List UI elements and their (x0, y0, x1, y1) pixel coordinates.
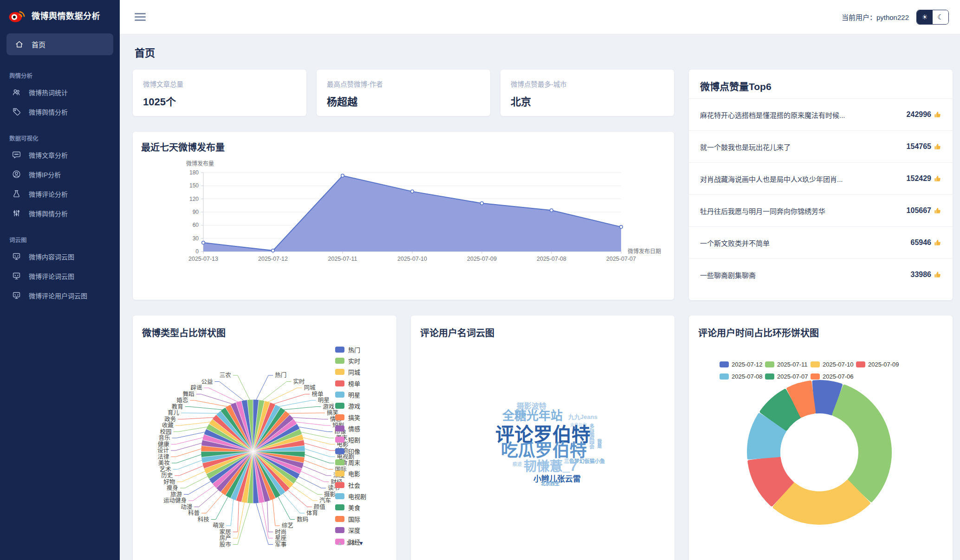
sidebar-item-微博评论分析[interactable]: 微博评论分析 (0, 184, 120, 204)
sidebar-item-微博评论词云图[interactable]: 微博评论词云图 (0, 266, 120, 286)
legend-page-down-icon[interactable]: ▼ (358, 540, 364, 547)
pie-legend-item[interactable]: 情感 (335, 423, 366, 434)
wordcloud-word[interactable]: 九九Jeans (568, 414, 597, 420)
wordcloud-word[interactable]: 吃瓜罗伯特 (501, 442, 587, 459)
svg-text:60: 60 (193, 222, 199, 228)
pie-legend-item[interactable]: 榜单 (335, 378, 366, 389)
sidebar-item-label: 微博IP分析 (29, 170, 61, 179)
legend-label: 电视剧 (348, 492, 366, 501)
donut-legend-item[interactable]: 2025-07-07 (765, 370, 811, 382)
donut-chart[interactable] (689, 315, 953, 560)
pie-legend-item[interactable]: 社会 (335, 479, 366, 490)
menu-toggle-icon[interactable] (135, 11, 146, 23)
donut-legend-item[interactable]: 2025-07-12 (720, 358, 765, 370)
legend-swatch (335, 347, 344, 353)
svg-text:综艺: 综艺 (282, 522, 293, 529)
pie-legend-item[interactable]: 搞笑 (335, 412, 366, 423)
sidebar-item-微博热词统计[interactable]: 微博热词统计 (0, 83, 120, 102)
sidebar-item-微博舆情分析[interactable]: 微博舆情分析 (0, 102, 120, 122)
legend-swatch (335, 459, 344, 465)
legend-label: 搞笑 (348, 413, 360, 422)
line-chart[interactable]: 03060901201501802025-07-132025-07-122025… (141, 154, 666, 293)
stat-value: 1025个 (143, 93, 296, 108)
pie-legend-item[interactable]: 电视剧 (335, 490, 366, 502)
like-rank-list: 麻花特开心选搭档是懂混搭的原来魔法有时候...242996就一个鼓我也是玩出花儿… (689, 98, 953, 290)
svg-text:舞蹈: 舞蹈 (183, 391, 195, 398)
weibo-post-title: 就一个鼓我也是玩出花儿来了 (700, 142, 791, 152)
donut-legend-item[interactable]: 2025-07-10 (811, 358, 856, 370)
svg-text:150: 150 (189, 182, 199, 189)
sidebar-item-微博舆情分析[interactable]: 微博舆情分析 (0, 204, 120, 223)
pie-legend-item[interactable]: 短剧 (335, 434, 366, 445)
sidebar-item-微博IP分析[interactable]: 微博IP分析 (0, 165, 120, 184)
light-mode-icon[interactable]: ☀ (917, 10, 933, 24)
svg-text:萌宠: 萌宠 (213, 522, 224, 529)
svg-text:法律: 法律 (157, 454, 169, 460)
wordcloud-title: 评论用户名词云图 (420, 326, 494, 339)
like-rank-row[interactable]: 一个斯文败类并不简单65946 (689, 226, 953, 258)
svg-text:2025-07-09: 2025-07-09 (467, 256, 497, 262)
pie-legend-item[interactable]: 同城 (335, 367, 366, 378)
svg-text:2025-07-10: 2025-07-10 (397, 256, 427, 262)
weibo-post-title: 牡丹往后我愿与明月一同奔向你锦绣芳华 (700, 206, 825, 216)
sidebar-item-label: 微博评论词云图 (29, 271, 74, 281)
like-rank-row[interactable]: 就一个鼓我也是玩出花儿来了154765 (689, 130, 953, 162)
dark-mode-icon[interactable]: ☾ (933, 10, 948, 24)
legend-label: 2025-07-06 (823, 373, 854, 380)
like-rank-row[interactable]: 一些聊斋剧集聊斋33986 (689, 258, 953, 290)
legend-label: 2025-07-08 (732, 373, 763, 380)
sidebar-item-home[interactable]: 首页 (6, 33, 113, 55)
like-rank-row[interactable]: 牡丹往后我愿与明月一同奔向你锦绣芳华105667 (689, 194, 953, 226)
svg-text:颜值: 颜值 (314, 503, 325, 510)
wordcloud-word[interactable]: 痕迹 (512, 462, 522, 467)
like-rank-row[interactable]: 麻花特开心选搭档是懂混搭的原来魔法有时候...242996 (689, 98, 953, 130)
legend-swatch (335, 425, 344, 431)
wordcloud-word[interactable]: 韧慊薏_7 (524, 460, 577, 473)
app-title: 微博舆情数据分析 (32, 9, 100, 21)
donut-legend-item[interactable]: 2025-07-08 (720, 370, 765, 382)
legend-page-up-icon[interactable]: ▲ (337, 540, 343, 547)
thumbs-up-icon (934, 143, 941, 150)
flask-icon (12, 189, 21, 199)
svg-text:实时: 实时 (293, 378, 305, 385)
weibo-post-title: 一些聊斋剧集聊斋 (700, 270, 756, 280)
donut-legend-item[interactable]: 2025-07-09 (856, 358, 902, 370)
svg-text:热门: 热门 (275, 372, 286, 379)
like-rank-row[interactable]: 对肖战藏海说画中人也是局中人X玖少年团肖...152429 (689, 162, 953, 194)
pie-legend-item[interactable]: 深度 (335, 525, 366, 536)
wordcloud-word[interactable]: 多益游园会 (589, 424, 594, 449)
donut-legend-item[interactable]: 2025-07-11 (765, 358, 811, 370)
legend-swatch (720, 373, 729, 380)
svg-text:教育: 教育 (172, 403, 183, 410)
pie-legend-item[interactable]: 印像 (335, 445, 366, 457)
svg-text:瘦身: 瘦身 (167, 484, 178, 491)
svg-text:体育: 体育 (306, 509, 318, 516)
pie-legend-item[interactable]: 周末 (335, 457, 366, 468)
legend-swatch (856, 361, 865, 367)
pie-legend-item[interactable]: 实时 (335, 355, 366, 366)
thumbs-up-icon (934, 111, 941, 118)
wordcloud-word[interactable]: 全糖光年站 (502, 410, 563, 422)
wordcloud-word[interactable]: 我是 (597, 439, 601, 448)
pie-legend-item[interactable]: 电影 (335, 468, 366, 479)
weibo-post-title: 一个斯文败类并不简单 (700, 238, 770, 248)
sidebar-item-label: 微博舆情分析 (29, 107, 68, 116)
like-count: 105667 (907, 206, 941, 215)
pie-legend-item[interactable]: 国际 (335, 513, 366, 524)
pie-legend-item[interactable]: 明星 (335, 389, 366, 400)
svg-text:时尚: 时尚 (275, 529, 286, 535)
pie-legend-item[interactable]: 游戏 (335, 400, 366, 412)
pie-legend-item[interactable]: 美食 (335, 502, 366, 513)
donut-legend-item[interactable]: 2025-07-06 (811, 370, 856, 382)
sidebar-item-微博评论用户词云图[interactable]: 微博评论用户词云图 (0, 286, 120, 305)
sidebar-item-微博文章分析[interactable]: 微博文章分析 (0, 145, 120, 165)
sidebar-item-微博内容词云图[interactable]: 微博内容词云图 (0, 247, 120, 266)
theme-toggle: ☀ ☾ (916, 10, 949, 25)
stat-card: 最高点赞微博-作者杨超越 (317, 70, 490, 116)
legend-page-indicator: 1/4 (346, 540, 355, 547)
svg-text:2025-07-07: 2025-07-07 (606, 256, 636, 262)
wordcloud-word[interactable]: 北京西生 (541, 482, 559, 486)
pie-legend-item[interactable]: 热门 (335, 344, 366, 355)
svg-text:摄影: 摄影 (324, 491, 336, 498)
stat-card: 微博点赞最多-城市北京 (500, 70, 674, 116)
